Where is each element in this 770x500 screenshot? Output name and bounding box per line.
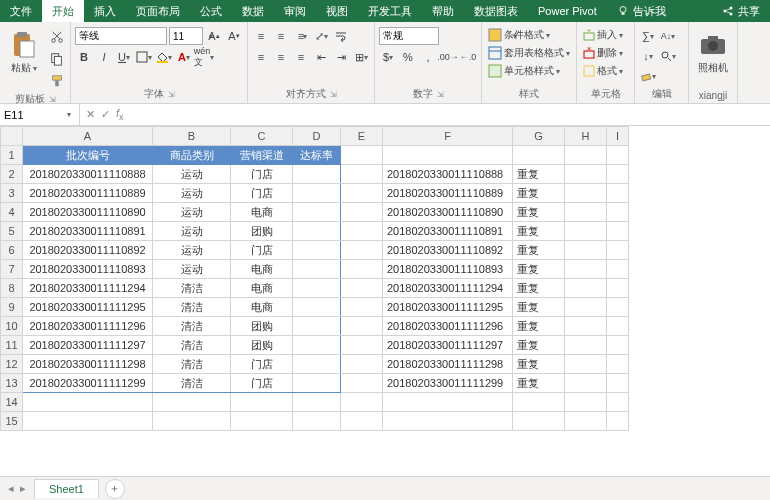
cell[interactable] [607,393,629,412]
cell[interactable]: 重复 [513,165,565,184]
sheet-next-button[interactable]: ▸ [20,482,26,495]
cell[interactable] [293,165,341,184]
align-right-button[interactable]: ≡ [292,48,310,66]
enter-formula-button[interactable]: ✓ [101,108,110,121]
cell[interactable] [231,412,293,431]
cell[interactable] [565,222,607,241]
cell[interactable]: 2018020330011110891 [23,222,153,241]
cell[interactable]: 2018020330011110890 [383,203,513,222]
cell[interactable]: 门店 [231,165,293,184]
align-middle-button[interactable]: ≡ [272,27,290,45]
cell[interactable]: 门店 [231,241,293,260]
cell[interactable] [293,412,341,431]
font-color-button[interactable]: A▾ [175,48,193,66]
cell[interactable] [513,412,565,431]
column-header[interactable]: B [153,127,231,146]
cell[interactable] [565,393,607,412]
cell[interactable]: 重复 [513,355,565,374]
cell[interactable] [23,412,153,431]
wrap-text-button[interactable] [332,27,350,45]
cell[interactable]: 重复 [513,260,565,279]
menu-pivot[interactable]: Power Pivot [528,0,607,22]
italic-button[interactable]: I [95,48,113,66]
cell[interactable]: 达标率 [293,146,341,165]
cell[interactable]: 运动 [153,203,231,222]
cell[interactable]: 2018020330011111299 [383,374,513,393]
cell[interactable]: 2018020330011111298 [383,355,513,374]
autosum-button[interactable]: ∑▾ [639,27,657,45]
cell[interactable] [565,279,607,298]
cell[interactable]: 电商 [231,203,293,222]
row-header[interactable]: 1 [1,146,23,165]
cell[interactable]: 清洁 [153,374,231,393]
format-cells-button[interactable]: 格式▾ [581,63,625,79]
cell[interactable]: 2018020330011110889 [383,184,513,203]
menu-tellme[interactable]: 告诉我 [607,0,676,22]
menu-review[interactable]: 审阅 [274,0,316,22]
cell[interactable] [341,146,383,165]
cell[interactable] [293,336,341,355]
sort-filter-button[interactable]: A↓▾ [659,27,677,45]
cell[interactable] [565,317,607,336]
cell[interactable]: 2018020330011110892 [23,241,153,260]
cell[interactable] [565,260,607,279]
paste-button[interactable]: 粘贴 ▾ [4,24,44,82]
row-header[interactable]: 9 [1,298,23,317]
font-name-combo[interactable]: ▾ [75,27,167,45]
chevron-down-icon[interactable]: ▾ [62,110,76,119]
cell[interactable] [607,355,629,374]
menu-share[interactable]: 共享 [712,0,770,22]
cell[interactable] [341,165,383,184]
cell[interactable] [607,336,629,355]
underline-button[interactable]: U▾ [115,48,133,66]
cell[interactable] [341,336,383,355]
cell[interactable]: 团购 [231,222,293,241]
row-header[interactable]: 4 [1,203,23,222]
font-size-combo[interactable]: ▾ [169,27,203,45]
select-all-corner[interactable] [1,127,23,146]
cell[interactable]: 重复 [513,222,565,241]
column-header[interactable]: A [23,127,153,146]
cell[interactable] [607,165,629,184]
orientation-button[interactable]: ⤢▾ [312,27,330,45]
row-header[interactable]: 13 [1,374,23,393]
cell[interactable]: 2018020330011110888 [23,165,153,184]
row-header[interactable]: 11 [1,336,23,355]
cell[interactable]: 清洁 [153,355,231,374]
cell[interactable]: 运动 [153,241,231,260]
increase-decimal-button[interactable]: .00→ [439,48,457,66]
cell[interactable] [565,146,607,165]
cell[interactable] [293,279,341,298]
cell[interactable]: 运动 [153,165,231,184]
find-button[interactable]: ▾ [659,47,677,65]
cell[interactable]: 2018020330011110893 [23,260,153,279]
cell[interactable] [341,317,383,336]
cell[interactable]: 2018020330011110889 [23,184,153,203]
cell[interactable] [341,241,383,260]
cell[interactable]: 清洁 [153,279,231,298]
cell[interactable]: 2018020330011110892 [383,241,513,260]
row-header[interactable]: 8 [1,279,23,298]
insert-cells-button[interactable]: +插入▾ [581,27,625,43]
row-header[interactable]: 10 [1,317,23,336]
row-header[interactable]: 12 [1,355,23,374]
cell[interactable]: 重复 [513,184,565,203]
cell[interactable]: 重复 [513,374,565,393]
cell[interactable]: 重复 [513,279,565,298]
cell[interactable]: 重复 [513,317,565,336]
cell[interactable] [565,165,607,184]
cell[interactable] [383,393,513,412]
sheet-tab[interactable]: Sheet1 [34,479,99,498]
cell[interactable] [565,336,607,355]
cell[interactable]: 2018020330011111296 [23,317,153,336]
menu-chart[interactable]: 数据图表 [464,0,528,22]
cell[interactable]: 营销渠道 [231,146,293,165]
cell[interactable] [231,393,293,412]
cell[interactable]: 2018020330011111295 [383,298,513,317]
column-header[interactable]: I [607,127,629,146]
menu-view[interactable]: 视图 [316,0,358,22]
cell[interactable]: 2018020330011111297 [383,336,513,355]
cut-button[interactable] [48,28,66,46]
cell[interactable] [607,374,629,393]
cell[interactable]: 门店 [231,184,293,203]
